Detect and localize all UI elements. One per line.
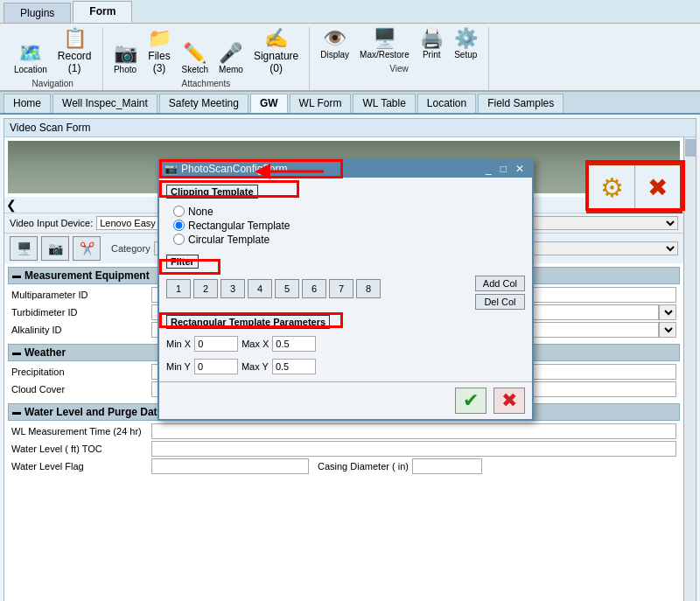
close-x-button[interactable]: ✖ bbox=[634, 165, 680, 211]
form-title: Video Scan Form bbox=[4, 119, 696, 137]
ribbon-btn-signature[interactable]: ✍️ Signature(0) bbox=[250, 27, 302, 77]
wl-value-input[interactable] bbox=[151, 441, 676, 457]
nav-tab-gw[interactable]: GW bbox=[250, 94, 288, 113]
nav-tab-location[interactable]: Location bbox=[417, 94, 476, 113]
min-y-input[interactable] bbox=[194, 359, 238, 374]
params-section: Rectangular Template Parameters Min X Ma… bbox=[166, 315, 525, 374]
filter-btn-3[interactable]: 3 bbox=[220, 279, 245, 298]
del-col-btn[interactable]: Del Col bbox=[475, 294, 525, 310]
dialog-maximize-btn[interactable]: □ bbox=[498, 163, 509, 175]
tab-plugins[interactable]: Plugins bbox=[4, 3, 71, 23]
ribbon-group-view: 👁️ Display 🖥️ Max/Restore 🖨️ Print ⚙️ Se… bbox=[310, 27, 488, 90]
ribbon-toolbar: 🗺️ Location 📋 Record(1) Navigation 📷 Pho… bbox=[0, 24, 700, 92]
main-content: Video Scan Form ❮ ❯ Video Input Device: bbox=[0, 115, 700, 601]
weather-collapse-btn[interactable]: ▬ bbox=[12, 347, 21, 357]
filter-btn-4[interactable]: 4 bbox=[248, 279, 272, 298]
max-x-label: Max X bbox=[242, 339, 269, 349]
ribbon-btn-record[interactable]: 📋 Record(1) bbox=[54, 27, 95, 77]
radio-none: None bbox=[173, 206, 518, 218]
radio-rectangular-label: Rectangular Template bbox=[188, 220, 290, 232]
radio-circular-input[interactable] bbox=[173, 234, 185, 245]
ribbon-btn-display[interactable]: 👁️ Display bbox=[317, 27, 353, 62]
icon-btn-camera[interactable]: 📷 bbox=[41, 236, 69, 261]
clipping-section-label: Clipping Template bbox=[166, 185, 258, 199]
radio-rectangular-input[interactable] bbox=[173, 220, 185, 231]
filter-side-buttons: Add Col Del Col bbox=[475, 276, 525, 310]
tab-form[interactable]: Form bbox=[73, 1, 132, 23]
filter-buttons-row: 1 2 3 4 5 6 7 8 bbox=[166, 279, 381, 298]
wl-flag-input[interactable] bbox=[151, 458, 309, 474]
params-section-label: Rectangular Template Parameters bbox=[166, 315, 330, 329]
ribbon-btn-maxrestore[interactable]: 🖥️ Max/Restore bbox=[356, 27, 413, 62]
scroll-left-arrow[interactable]: ❮ bbox=[6, 198, 17, 212]
photo-scan-config-dialog: 📷 PhotoScanConfigForm _ □ ✕ Clipping Tem… bbox=[158, 158, 534, 421]
ribbon-btn-print[interactable]: 🖨️ Print bbox=[416, 27, 447, 62]
ribbon-group-navigation: 🗺️ Location 📋 Record(1) Navigation bbox=[4, 27, 103, 90]
min-x-input[interactable] bbox=[194, 336, 238, 352]
wl-time-row: WL Measurement Time (24 hr) bbox=[8, 423, 680, 440]
radio-circular: Circular Template bbox=[173, 234, 518, 246]
ribbon-btn-setup[interactable]: ⚙️ Setup bbox=[451, 27, 481, 62]
dialog-title: PhotoScanConfigForm bbox=[181, 163, 287, 175]
nav-tab-well[interactable]: Well Inspec_Maint bbox=[52, 94, 158, 113]
clipping-section: Clipping Template None Rectangular Templ… bbox=[166, 185, 525, 249]
vertical-scrollbar[interactable] bbox=[683, 137, 696, 601]
radio-rectangular: Rectangular Template bbox=[173, 220, 518, 232]
dialog-cancel-btn[interactable]: ✖ bbox=[494, 388, 525, 414]
filter-btn-6[interactable]: 6 bbox=[302, 279, 326, 298]
filter-section-label: Filter bbox=[166, 255, 199, 269]
alkalinity-select[interactable]: ▼ bbox=[659, 322, 676, 338]
filter-btn-2[interactable]: 2 bbox=[193, 279, 218, 298]
video-device-label: Video Input Device: bbox=[10, 218, 93, 228]
max-y-label: Max Y bbox=[242, 361, 269, 372]
dialog-footer: ✔ ✖ bbox=[159, 381, 532, 419]
turbidimeter-select[interactable]: ▼ bbox=[659, 304, 676, 320]
radio-circular-label: Circular Template bbox=[188, 234, 270, 246]
nav-tab-wltable[interactable]: WL Table bbox=[353, 94, 415, 113]
dialog-icon: 📷 bbox=[164, 163, 178, 175]
ribbon-btn-memo[interactable]: 🎤 Memo bbox=[215, 42, 247, 77]
ribbon-btn-files[interactable]: 📁 Files(3) bbox=[144, 27, 175, 77]
min-y-label: Min Y bbox=[166, 361, 191, 372]
dialog-close-btn[interactable]: ✕ bbox=[513, 163, 527, 175]
radio-none-label: None bbox=[188, 206, 214, 218]
category-label: Category bbox=[111, 243, 150, 254]
clipping-radio-group: None Rectangular Template Circular Templ… bbox=[166, 202, 525, 249]
dialog-ok-btn[interactable]: ✔ bbox=[455, 388, 486, 414]
filter-section: Filter 1 2 3 4 5 6 7 8 bbox=[166, 255, 525, 310]
nav-tabs: Home Well Inspec_Maint Safety Meeting GW… bbox=[0, 92, 700, 115]
nav-tab-wlform[interactable]: WL Form bbox=[290, 94, 352, 113]
ribbon-btn-location[interactable]: 🗺️ Location bbox=[10, 42, 51, 77]
filter-btn-5[interactable]: 5 bbox=[275, 279, 299, 298]
max-y-input[interactable] bbox=[272, 359, 316, 374]
dialog-titlebar-buttons: _ □ ✕ bbox=[483, 163, 527, 175]
dialog-titlebar: 📷 PhotoScanConfigForm _ □ ✕ bbox=[159, 160, 532, 178]
icon-btn-screen[interactable]: 🖥️ bbox=[10, 236, 38, 261]
right-action-buttons: ⚙ ✖ bbox=[586, 163, 682, 213]
nav-tab-safety[interactable]: Safety Meeting bbox=[159, 94, 248, 113]
wl-time-input[interactable] bbox=[151, 423, 676, 439]
filter-btn-7[interactable]: 7 bbox=[329, 279, 354, 298]
filter-btn-8[interactable]: 8 bbox=[356, 279, 381, 298]
ribbon-btn-sketch[interactable]: ✏️ Sketch bbox=[178, 42, 213, 77]
filter-btn-1[interactable]: 1 bbox=[166, 279, 191, 298]
waterlevel-collapse-btn[interactable]: ▬ bbox=[12, 407, 21, 416]
wl-value-row: Water Level ( ft) TOC bbox=[8, 440, 680, 458]
dialog-minimize-btn[interactable]: _ bbox=[483, 163, 494, 175]
min-x-label: Min X bbox=[166, 339, 191, 349]
casing-diameter-input[interactable] bbox=[412, 458, 482, 474]
max-x-input[interactable] bbox=[272, 336, 316, 352]
ribbon-group-attachments: 📷 Photo 📁 Files(3) ✏️ Sketch 🎤 Memo ✍️ S… bbox=[103, 27, 311, 90]
nav-tab-home[interactable]: Home bbox=[4, 94, 51, 113]
radio-none-input[interactable] bbox=[173, 206, 185, 217]
gear-button[interactable]: ⚙ bbox=[589, 165, 634, 211]
wl-flag-casing-row: Water Level Flag Casing Diameter ( in) bbox=[8, 458, 680, 475]
measurement-collapse-btn[interactable]: ▬ bbox=[12, 270, 21, 280]
ribbon-btn-photo[interactable]: 📷 Photo bbox=[110, 42, 141, 77]
right-btns-container: ⚙ ✖ bbox=[586, 163, 682, 213]
nav-tab-fieldsamples[interactable]: Field Samples bbox=[478, 94, 564, 113]
dialog-body: Clipping Template None Rectangular Templ… bbox=[159, 178, 532, 381]
add-col-btn[interactable]: Add Col bbox=[475, 276, 525, 291]
icon-btn-cut[interactable]: ✂️ bbox=[73, 236, 101, 261]
